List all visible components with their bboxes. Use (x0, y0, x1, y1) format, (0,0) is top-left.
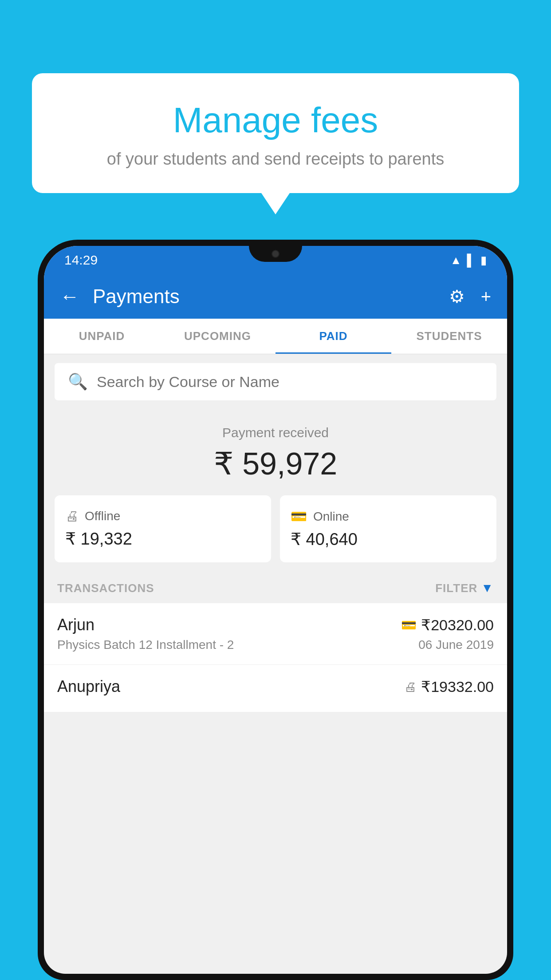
filter-label: FILTER (435, 581, 477, 595)
transaction-amount: ₹19332.00 (421, 678, 494, 695)
payment-type-icon: 🖨 (404, 680, 417, 694)
speech-bubble-subtitle: of your students and send receipts to pa… (54, 150, 497, 169)
tab-students[interactable]: STUDENTS (391, 319, 507, 354)
battery-icon: ▮ (480, 253, 487, 267)
content-area: 🔍 Payment received ₹ 59,972 🖨 Offline ₹ … (44, 354, 507, 712)
status-icons: ▲ ▌ ▮ (450, 253, 487, 267)
transaction-desc: Physics Batch 12 Installment - 2 (57, 638, 234, 652)
transaction-name: Anupriya (57, 677, 120, 696)
search-input[interactable] (97, 373, 483, 391)
offline-card: 🖨 Offline ₹ 19,332 (55, 495, 271, 562)
payment-received-amount: ₹ 59,972 (53, 446, 498, 482)
online-card-header: 💳 Online (291, 509, 349, 524)
payment-received-label: Payment received (53, 425, 498, 440)
wifi-icon: ▲ (450, 253, 462, 267)
transaction-top: Anupriya 🖨 ₹19332.00 (57, 677, 494, 696)
tab-upcoming[interactable]: UPCOMING (160, 319, 276, 354)
settings-icon[interactable]: ⚙ (449, 286, 465, 307)
filter-button[interactable]: FILTER ▼ (435, 581, 494, 595)
camera (272, 250, 279, 258)
transaction-row: Anupriya 🖨 ₹19332.00 (44, 665, 507, 712)
offline-amount: ₹ 19,332 (65, 529, 132, 549)
transaction-name: Arjun (57, 616, 94, 634)
online-icon: 💳 (291, 509, 307, 524)
status-bar: 14:29 ▲ ▌ ▮ (44, 246, 507, 274)
online-card: 💳 Online ₹ 40,640 (280, 495, 496, 562)
transaction-amount-wrap: 🖨 ₹19332.00 (404, 678, 494, 695)
add-icon[interactable]: + (481, 287, 491, 307)
payment-type-icon: 💳 (401, 618, 417, 632)
phone-inner: 14:29 ▲ ▌ ▮ ← Payments ⚙ + UNPAID UPCOMI… (44, 246, 507, 974)
tabs: UNPAID UPCOMING PAID STUDENTS (44, 319, 507, 354)
transaction-date: 06 June 2019 (418, 638, 494, 652)
transactions-label: TRANSACTIONS (57, 581, 154, 595)
speech-bubble-title: Manage fees (54, 100, 497, 141)
offline-icon: 🖨 (65, 509, 79, 524)
transaction-amount-wrap: 💳 ₹20320.00 (401, 616, 494, 634)
transaction-amount: ₹20320.00 (421, 616, 494, 634)
offline-card-header: 🖨 Offline (65, 509, 120, 524)
speech-bubble: Manage fees of your students and send re… (32, 73, 519, 193)
transaction-bottom: Physics Batch 12 Installment - 2 06 June… (57, 638, 494, 652)
signal-icon: ▌ (467, 253, 475, 267)
tab-unpaid[interactable]: UNPAID (44, 319, 160, 354)
payment-cards: 🖨 Offline ₹ 19,332 💳 Online ₹ 40,640 (55, 495, 496, 562)
notch (249, 246, 302, 262)
search-bar: 🔍 (55, 363, 496, 400)
transaction-row: Arjun 💳 ₹20320.00 Physics Batch 12 Insta… (44, 603, 507, 665)
phone-shell: 14:29 ▲ ▌ ▮ ← Payments ⚙ + UNPAID UPCOMI… (38, 240, 513, 980)
offline-label: Offline (85, 509, 120, 523)
transactions-header: TRANSACTIONS FILTER ▼ (44, 573, 507, 603)
online-amount: ₹ 40,640 (291, 530, 358, 549)
app-bar-actions: ⚙ + (449, 286, 491, 307)
app-bar: ← Payments ⚙ + (44, 274, 507, 319)
transaction-top: Arjun 💳 ₹20320.00 (57, 616, 494, 634)
app-bar-title: Payments (93, 285, 436, 308)
online-label: Online (313, 510, 349, 524)
filter-icon: ▼ (481, 581, 494, 595)
search-icon: 🔍 (68, 372, 88, 391)
payment-summary: Payment received ₹ 59,972 (44, 409, 507, 495)
tab-paid[interactable]: PAID (276, 319, 391, 354)
status-time: 14:29 (64, 253, 98, 268)
back-button[interactable]: ← (60, 285, 79, 308)
